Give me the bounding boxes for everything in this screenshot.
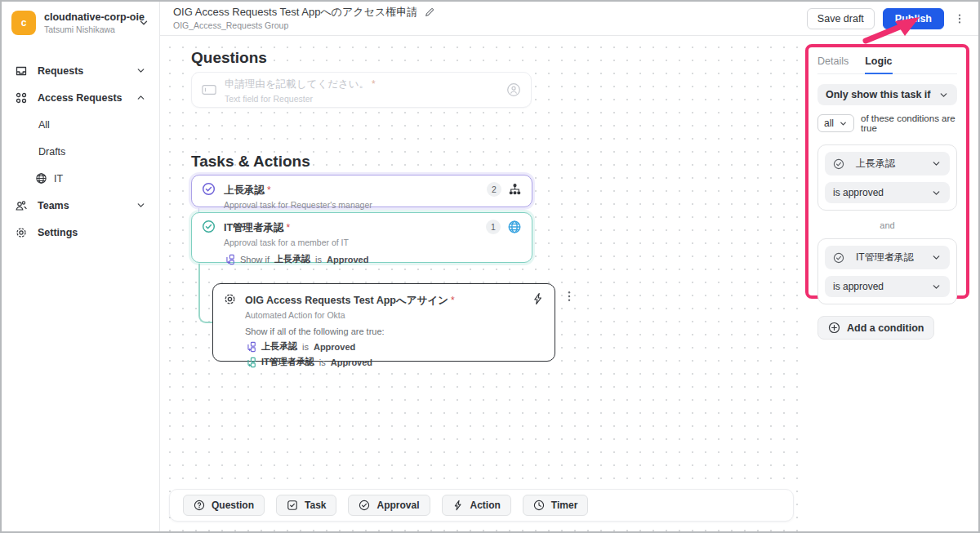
- sidebar-item-drafts[interactable]: Drafts: [2, 138, 159, 165]
- condition-task-select[interactable]: IT管理者承認: [825, 246, 950, 269]
- save-draft-button[interactable]: Save draft: [807, 8, 875, 29]
- condition-state-select[interactable]: is approved: [825, 182, 950, 203]
- gear-icon: [15, 226, 28, 239]
- sidebar-item-requests[interactable]: Requests: [2, 57, 159, 84]
- check-circle-icon: [833, 252, 844, 264]
- branch-logic-icon: [245, 341, 256, 353]
- sidebar-item-teams[interactable]: Teams: [2, 192, 159, 219]
- workspace-name: cloudnative-corp-oie: [44, 11, 130, 23]
- chevron-down-icon: [931, 252, 942, 263]
- app-window: c cloudnative-corp-oie Tatsumi Nishikawa…: [0, 0, 980, 533]
- add-approval-button[interactable]: Approval: [348, 495, 430, 516]
- show-if-is: is: [302, 342, 309, 352]
- tool-label: Action: [470, 500, 501, 511]
- sidebar-item-label: Access Requests: [38, 92, 122, 104]
- gear-icon: [223, 292, 237, 306]
- add-action-button[interactable]: Action: [442, 495, 511, 516]
- add-condition-button[interactable]: Add a condition: [817, 316, 934, 340]
- sidebar-item-all[interactable]: All: [2, 111, 159, 138]
- question-circle-icon: [194, 500, 205, 511]
- users-icon: [15, 199, 28, 212]
- tool-label: Question: [212, 500, 254, 511]
- task-card-it-approval[interactable]: IT管理者承認* Approval task for a member of I…: [191, 212, 532, 263]
- connector-line: [198, 264, 213, 323]
- tool-label: Task: [305, 500, 326, 511]
- questions-heading: Questions: [191, 49, 267, 67]
- assignee-count-badge: 2: [487, 182, 501, 197]
- required-asterisk: *: [287, 222, 291, 233]
- select-value: is approved: [833, 187, 884, 198]
- flow-title: OIG Access Requests Test Appへのアクセス権申請: [173, 6, 417, 19]
- select-value: Only show this task if: [826, 89, 931, 100]
- task-title: IT管理者承認: [224, 222, 284, 233]
- sidebar-item-access-requests[interactable]: Access Requests: [2, 84, 159, 111]
- add-question-button[interactable]: Question: [183, 495, 265, 516]
- condition-state-select[interactable]: is approved: [825, 276, 950, 297]
- tasks-heading: Tasks & Actions: [191, 153, 310, 171]
- select-value: all: [824, 118, 834, 129]
- top-bar: OIG Access Requests Test Appへのアクセス権申請 OI…: [160, 2, 978, 36]
- sidebar: c cloudnative-corp-oie Tatsumi Nishikawa…: [2, 2, 160, 531]
- select-value: 上長承認: [856, 157, 923, 171]
- publish-button[interactable]: Publish: [883, 8, 944, 29]
- lightning-icon: [532, 292, 545, 305]
- show-if-header: Show if all of the following are true:: [245, 326, 455, 336]
- add-timer-button[interactable]: Timer: [523, 495, 588, 516]
- show-if-task: 上長承認: [261, 340, 297, 353]
- action-subtitle: Automated Action for Okta: [245, 310, 455, 320]
- clock-icon: [533, 500, 545, 511]
- edit-pencil-icon[interactable]: [424, 7, 435, 18]
- sidebar-item-label: Requests: [38, 65, 83, 77]
- task-subtitle: Approval task for Requester's manager: [224, 200, 372, 210]
- chevron-down-icon: [931, 188, 942, 198]
- show-task-if-select[interactable]: Only show this task if: [817, 84, 957, 105]
- tab-logic[interactable]: Logic: [865, 56, 892, 74]
- globe-icon: [35, 172, 47, 184]
- lightning-icon: [452, 500, 464, 511]
- task-card-manager-approval[interactable]: 上長承認* Approval task for Requester's mana…: [191, 175, 532, 207]
- requester-person-icon: [506, 82, 521, 97]
- dots-grid-icon: [15, 91, 28, 104]
- chevron-down-icon: [931, 158, 942, 169]
- sidebar-item-settings[interactable]: Settings: [2, 219, 159, 246]
- chevron-up-icon: [136, 92, 146, 103]
- condition-task-select[interactable]: 上長承認: [825, 152, 950, 175]
- task-square-check-icon: [287, 500, 298, 511]
- show-if-state: Approved: [327, 255, 368, 264]
- required-asterisk: *: [372, 78, 376, 90]
- show-if-label: Show if: [240, 255, 270, 264]
- plus-circle-icon: [828, 322, 840, 334]
- sidebar-nav: Requests Access Requests All Drafts: [2, 57, 159, 246]
- assignee-count-badge: 1: [486, 220, 501, 234]
- chevron-down-icon: [931, 282, 942, 292]
- chevron-down-icon: [938, 90, 949, 100]
- check-circle-icon: [833, 158, 844, 170]
- question-title: 申請理由を記載してください。: [225, 78, 369, 90]
- question-card[interactable]: 申請理由を記載してください。* Text field for Requester: [191, 72, 532, 108]
- sidebar-item-it[interactable]: IT: [2, 165, 159, 192]
- chevron-down-icon: [136, 65, 146, 76]
- show-if-is: is: [319, 358, 326, 367]
- right-panel: Details Logic Only show this task if all: [803, 36, 978, 531]
- workspace-switcher[interactable]: c cloudnative-corp-oie Tatsumi Nishikawa: [2, 2, 159, 46]
- tool-label: Timer: [551, 500, 577, 511]
- branch-logic-icon: [245, 357, 256, 368]
- all-any-select[interactable]: all: [817, 114, 854, 132]
- sidebar-item-label: All: [38, 119, 50, 131]
- condition-group-1: 上長承認 is approved: [817, 144, 957, 211]
- action-card-assign-app[interactable]: OIG Access Requests Test Appへアサイン* Autom…: [212, 283, 555, 362]
- check-circle-icon: [202, 182, 216, 196]
- element-toolbar: Question Task Approval: [169, 489, 794, 522]
- action-title: OIG Access Requests Test Appへアサイン: [245, 295, 448, 306]
- required-asterisk: *: [267, 184, 271, 196]
- and-joiner: and: [817, 220, 957, 230]
- action-card-kebab-icon[interactable]: [564, 289, 575, 307]
- panel-tabs: Details Logic: [817, 56, 957, 74]
- match-mode-row: all of these conditions are true: [817, 113, 957, 133]
- tab-details[interactable]: Details: [817, 56, 849, 73]
- add-task-button[interactable]: Task: [276, 495, 336, 516]
- task-subtitle: Approval task for a member of IT: [224, 238, 368, 247]
- org-chart-icon: [508, 183, 522, 197]
- show-if-state: Approved: [331, 358, 372, 367]
- kebab-menu-icon[interactable]: [952, 11, 967, 27]
